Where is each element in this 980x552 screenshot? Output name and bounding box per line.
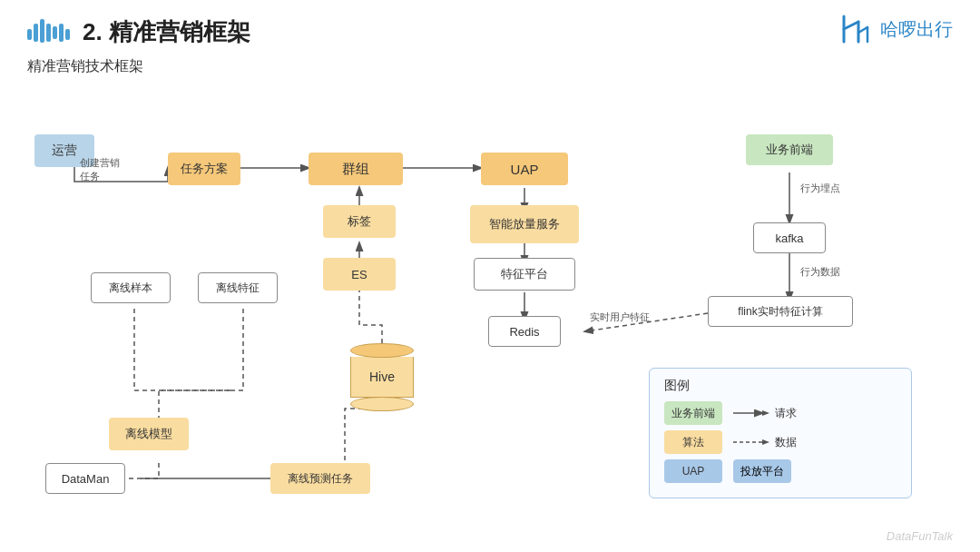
logo: 哈啰出行 xyxy=(837,13,953,45)
subtitle: 精准营销技术框架 xyxy=(0,48,980,76)
label-xingwei-shuju: 行为数据 xyxy=(800,265,840,279)
solid-arrow-icon xyxy=(733,407,769,419)
renwu-box: 任务方案 xyxy=(168,153,240,185)
lixian-yangben-box: 离线样本 xyxy=(91,272,171,303)
legend-box: 图例 业务前端 请求 算法 xyxy=(649,368,912,498)
legend-title: 图例 xyxy=(664,378,897,394)
es-box: ES xyxy=(323,258,396,291)
page-title: 2. 精准营销框架 xyxy=(83,16,250,48)
qunzu-box: 群组 xyxy=(309,153,403,185)
legend-row-1: 业务前端 请求 xyxy=(664,401,897,425)
hive-cylinder: Hive xyxy=(350,343,414,411)
yewu-qianduan-box: 业务前端 xyxy=(746,134,833,165)
dashed-arrow-icon xyxy=(733,436,769,448)
uap-box: UAP xyxy=(481,153,568,185)
redis-box: Redis xyxy=(488,316,561,347)
logo-icon xyxy=(837,13,873,45)
svg-marker-1 xyxy=(762,410,769,416)
label-chuangjian: 创建营销 任务 xyxy=(80,156,120,184)
watermark: DataFunTalk xyxy=(887,529,953,543)
logo-text: 哈啰出行 xyxy=(880,17,953,42)
kafka-box: kafka xyxy=(753,222,826,253)
header: 2. 精准营销框架 xyxy=(0,0,980,48)
legend-row-2: 算法 数据 xyxy=(664,430,897,454)
tezheng-box: 特征平台 xyxy=(474,258,575,291)
legend-item-data: 数据 xyxy=(733,435,797,450)
dataman-box: DataMan xyxy=(45,463,125,494)
legend-item-toupai: 投放平台 xyxy=(733,459,791,483)
svg-marker-3 xyxy=(762,439,769,445)
sound-wave-icon xyxy=(27,22,70,43)
flink-box: flink实时特征计算 xyxy=(708,296,853,327)
biaoqian-box: 标签 xyxy=(323,205,396,238)
lixian-tezheng-box: 离线特征 xyxy=(198,272,278,303)
lixian-moxing-box: 离线模型 xyxy=(109,418,189,450)
legend-item-suanfa: 算法 xyxy=(664,430,722,454)
page: 2. 精准营销框架 哈啰出行 精准营销技术框架 xyxy=(0,0,980,552)
lixian-yuce-box: 离线预测任务 xyxy=(270,463,370,494)
zhinen-box: 智能放量服务 xyxy=(470,205,579,243)
legend-item-uap: UAP xyxy=(664,459,722,483)
legend-row-3: UAP 投放平台 xyxy=(664,459,897,483)
legend-item-request: 请求 xyxy=(733,406,797,421)
label-xingwei-didian: 行为埋点 xyxy=(800,182,840,195)
legend-item-yewu: 业务前端 xyxy=(664,401,722,425)
label-shishi-yonghu: 实时用户特征 xyxy=(590,310,650,324)
